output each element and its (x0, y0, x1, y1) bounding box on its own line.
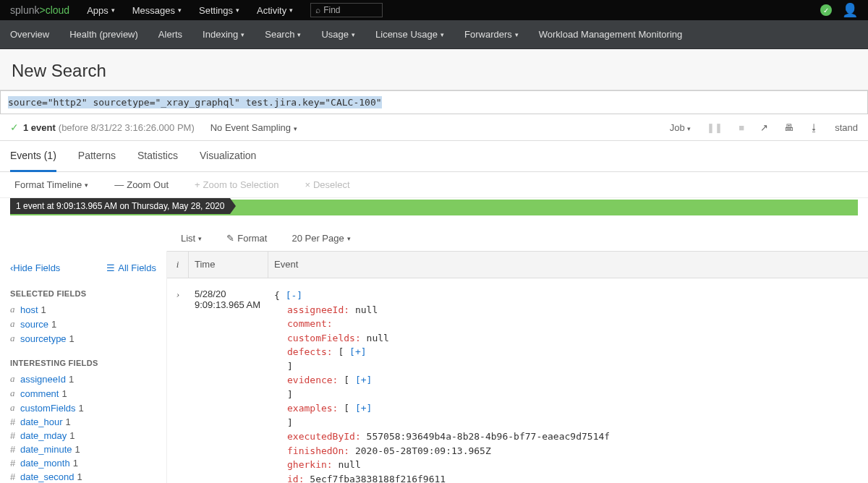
timeline-controls: Format Timeline▾ —Zoom Out +Zoom to Sele… (0, 172, 868, 198)
subnav-forwarders[interactable]: Forwarders▾ (464, 29, 519, 40)
global-search-input[interactable]: ⌕ Find (310, 3, 383, 17)
page-header: New Search (0, 49, 868, 90)
user-icon[interactable]: 👤 (842, 2, 858, 18)
all-fields-link[interactable]: ☰All Fields (106, 262, 156, 273)
top-nav: splunk>cloud Apps▾ Messages▾ Settings▾ A… (0, 0, 868, 20)
subnav-license[interactable]: License Usage▾ (375, 29, 444, 40)
tab-patterns[interactable]: Patterns (78, 141, 116, 171)
field-customFields[interactable]: acustomFields1 (10, 401, 156, 415)
expand-toggle[interactable]: [+] (355, 403, 372, 414)
nav-settings[interactable]: Settings▾ (199, 5, 239, 16)
table-header: i Time Event (167, 251, 868, 278)
field-date_mday[interactable]: #date_mday1 (10, 429, 156, 443)
subnav-alerts[interactable]: Alerts (158, 29, 182, 40)
time-range-text: (before 8/31/22 3:16:26.000 PM) (59, 122, 195, 133)
tab-events[interactable]: Events (1) (10, 141, 56, 172)
collapse-toggle[interactable]: [-] (286, 290, 302, 301)
stop-icon[interactable]: ■ (739, 122, 744, 133)
event-time: 5/28/20 9:09:13.965 AM (189, 278, 268, 483)
perpage-dropdown[interactable]: 20 Per Page▾ (292, 233, 350, 244)
nav-activity[interactable]: Activity▾ (257, 5, 293, 16)
subnav-workload[interactable]: Workload Management Monitoring (539, 29, 682, 40)
zoom-out-button[interactable]: —Zoom Out (114, 179, 169, 190)
col-time[interactable]: Time (189, 252, 268, 278)
format-dropdown[interactable]: ✎Format (226, 233, 267, 244)
status-ok-icon: ✓ (820, 4, 832, 16)
search-icon: ⌕ (315, 5, 320, 15)
subnav-usage[interactable]: Usage▾ (321, 29, 355, 40)
col-info: i (167, 252, 189, 278)
export-icon[interactable]: ⭳ (809, 122, 819, 133)
field-date_second[interactable]: #date_second1 (10, 470, 156, 483)
expand-toggle[interactable]: [+] (355, 375, 372, 385)
event-body: { [-]assigneeId: nullcomment:customField… (268, 278, 868, 483)
field-date_hour[interactable]: #date_hour1 (10, 415, 156, 429)
subnav-search[interactable]: Search▾ (265, 29, 301, 40)
print-icon[interactable]: 🖶 (784, 122, 793, 133)
job-dropdown[interactable]: Job ▾ (670, 122, 692, 133)
check-icon: ✓ (10, 121, 19, 133)
tab-statistics[interactable]: Statistics (137, 141, 178, 171)
list-view-dropdown[interactable]: List▾ (181, 233, 202, 244)
zoom-selection-button: +Zoom to Selection (195, 179, 278, 190)
pause-icon[interactable]: ❚❚ (707, 122, 723, 133)
field-comment[interactable]: acomment1 (10, 386, 156, 401)
timeline-tooltip: 1 event at 9:09:13.965 AM on Thursday, M… (10, 198, 230, 214)
share-icon[interactable]: ↗ (760, 122, 768, 133)
col-event: Event (268, 252, 868, 278)
nav-apps[interactable]: Apps▾ (87, 5, 115, 16)
hide-fields-link[interactable]: ‹ Hide Fields (10, 262, 60, 273)
tab-visualization[interactable]: Visualization (200, 141, 256, 171)
timeline[interactable]: 1 event at 9:09:13.965 AM on Thursday, M… (10, 200, 858, 215)
field-host[interactable]: ahost1 (10, 302, 156, 317)
events-content: i Time Event › 5/28/20 9:09:13.965 AM { … (166, 251, 868, 483)
mode-dropdown[interactable]: stand (835, 122, 858, 133)
list-controls: List▾ ✎Format 20 Per Page▾ (0, 226, 868, 251)
field-sourcetype[interactable]: asourcetype1 (10, 331, 156, 346)
event-count: 1 event (23, 122, 56, 133)
main-content: ‹ Hide Fields ☰All Fields SELECTED FIELD… (0, 251, 868, 483)
event-sampling-dropdown[interactable]: No Event Sampling ▾ (210, 122, 297, 133)
page-title: New Search (12, 61, 856, 81)
subnav-overview[interactable]: Overview (10, 29, 49, 40)
subnav-indexing[interactable]: Indexing▾ (203, 29, 244, 40)
field-source[interactable]: asource1 (10, 317, 156, 331)
deselect-button: ×Deselect (305, 179, 349, 190)
format-timeline-dropdown[interactable]: Format Timeline▾ (14, 179, 88, 190)
selected-fields-header: SELECTED FIELDS (10, 289, 156, 298)
sub-nav: Overview Health (preview) Alerts Indexin… (0, 20, 868, 49)
interesting-fields-header: INTERESTING FIELDS (10, 359, 156, 367)
nav-messages[interactable]: Messages▾ (132, 5, 182, 16)
expand-row-icon[interactable]: › (176, 288, 179, 299)
field-date_month[interactable]: #date_month1 (10, 456, 156, 470)
fields-sidebar: ‹ Hide Fields ☰All Fields SELECTED FIELD… (0, 251, 166, 483)
search-query-input[interactable]: source="http2" sourcetype="_xray_graphql… (0, 90, 868, 114)
event-row: › 5/28/20 9:09:13.965 AM { [-]assigneeId… (167, 278, 868, 483)
subnav-health[interactable]: Health (preview) (69, 29, 138, 40)
field-assigneeId[interactable]: aassigneeId1 (10, 372, 156, 386)
field-date_minute[interactable]: #date_minute1 (10, 443, 156, 456)
result-tabs: Events (1) Patterns Statistics Visualiza… (0, 141, 868, 172)
result-bar: ✓ 1 event (before 8/31/22 3:16:26.000 PM… (0, 114, 868, 141)
expand-toggle[interactable]: [+] (349, 346, 366, 357)
logo: splunk>cloud (10, 4, 69, 16)
